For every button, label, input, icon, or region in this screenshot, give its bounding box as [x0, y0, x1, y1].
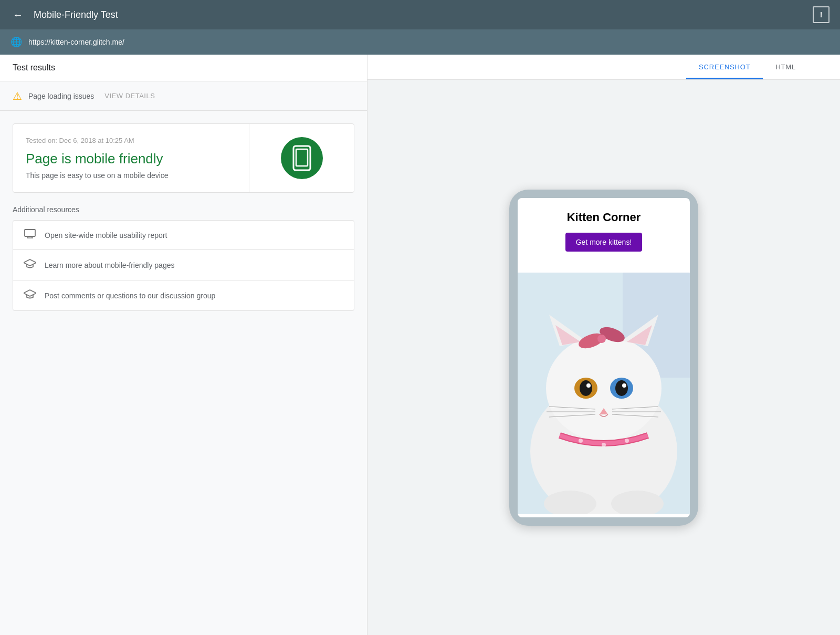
cat-svg [518, 273, 690, 514]
feedback-button[interactable]: ! [813, 6, 830, 23]
url-text: https://kitten-corner.glitch.me/ [28, 38, 124, 46]
warning-text: Page loading issues [28, 92, 94, 100]
resource-item-discussion[interactable]: Post comments or questions to our discus… [13, 280, 354, 310]
svg-point-20 [580, 380, 592, 396]
phone-frame: Kitten Corner Get more kittens! [509, 190, 698, 526]
result-card-left: Tested on: Dec 6, 2018 at 10:25 AM Page … [13, 124, 249, 192]
globe-icon: 🌐 [10, 36, 22, 48]
result-card: Tested on: Dec 6, 2018 at 10:25 AM Page … [13, 123, 354, 193]
svg-point-24 [622, 383, 626, 388]
svg-point-33 [602, 443, 606, 447]
right-panel: SCREENSHOT HTML Kitten Corner Get more k… [368, 55, 840, 635]
svg-point-34 [625, 439, 629, 443]
svg-point-18 [597, 335, 606, 343]
monitor-icon [24, 229, 36, 241]
additional-resources: Additional resources Open site-wide mobi… [13, 205, 354, 311]
tab-screenshot[interactable]: SCREENSHOT [686, 55, 763, 79]
warning-bar: ⚠ Page loading issues VIEW DETAILS [0, 81, 367, 111]
section-title: Test results [13, 63, 55, 72]
test-results-header: Test results [0, 55, 367, 81]
url-bar: 🌐 https://kitten-corner.glitch.me/ [0, 29, 840, 55]
tested-on: Tested on: Dec 6, 2018 at 10:25 AM [26, 137, 236, 144]
grad-cap-icon-1 [24, 258, 36, 272]
tab-html[interactable]: HTML [763, 55, 808, 79]
resource-item-learn[interactable]: Learn more about mobile-friendly pages [13, 250, 354, 280]
warning-icon: ⚠ [13, 90, 22, 102]
result-description: This page is easy to use on a mobile dev… [26, 171, 236, 180]
svg-marker-6 [24, 259, 36, 266]
svg-point-21 [586, 383, 591, 388]
preview-tabs: SCREENSHOT HTML [368, 55, 840, 80]
kitten-site-title: Kitten Corner [528, 211, 679, 224]
resource-label-usability: Open site-wide mobile usability report [45, 231, 167, 240]
grad-cap-icon-2 [24, 289, 36, 302]
result-card-icon [249, 124, 354, 192]
phone-svg-icon [291, 145, 312, 171]
svg-marker-7 [24, 290, 36, 296]
phone-site-content: Kitten Corner Get more kittens! [518, 198, 690, 273]
tab-screenshot-label: SCREENSHOT [699, 63, 750, 71]
resource-label-discussion: Post comments or questions to our discus… [45, 292, 215, 300]
result-title: Page is mobile friendly [26, 151, 236, 167]
svg-rect-1 [296, 149, 308, 166]
phone-preview-area: Kitten Corner Get more kittens! [368, 80, 840, 635]
svg-point-32 [579, 439, 583, 443]
left-panel: Test results ⚠ Page loading issues VIEW … [0, 55, 368, 635]
resources-card: Open site-wide mobile usability report L… [13, 220, 354, 311]
page-title: Mobile-Friendly Test [34, 9, 813, 20]
app-header: ← Mobile-Friendly Test ! [0, 0, 840, 29]
resource-label-learn: Learn more about mobile-friendly pages [45, 261, 174, 269]
svg-rect-2 [25, 230, 35, 236]
back-button[interactable]: ← [10, 7, 25, 23]
phone-screen: Kitten Corner Get more kittens! [518, 198, 690, 517]
additional-resources-title: Additional resources [13, 205, 354, 214]
tab-html-label: HTML [775, 63, 796, 71]
mobile-friendly-icon [281, 137, 323, 179]
main-content: Test results ⚠ Page loading issues VIEW … [0, 55, 840, 635]
feedback-icon: ! [820, 11, 823, 19]
resource-item-usability[interactable]: Open site-wide mobile usability report [13, 221, 354, 250]
cat-image [518, 273, 690, 514]
view-details-button[interactable]: VIEW DETAILS [100, 90, 159, 102]
svg-point-23 [615, 380, 628, 396]
svg-point-11 [546, 336, 662, 441]
get-more-kittens-button[interactable]: Get more kittens! [565, 233, 643, 252]
